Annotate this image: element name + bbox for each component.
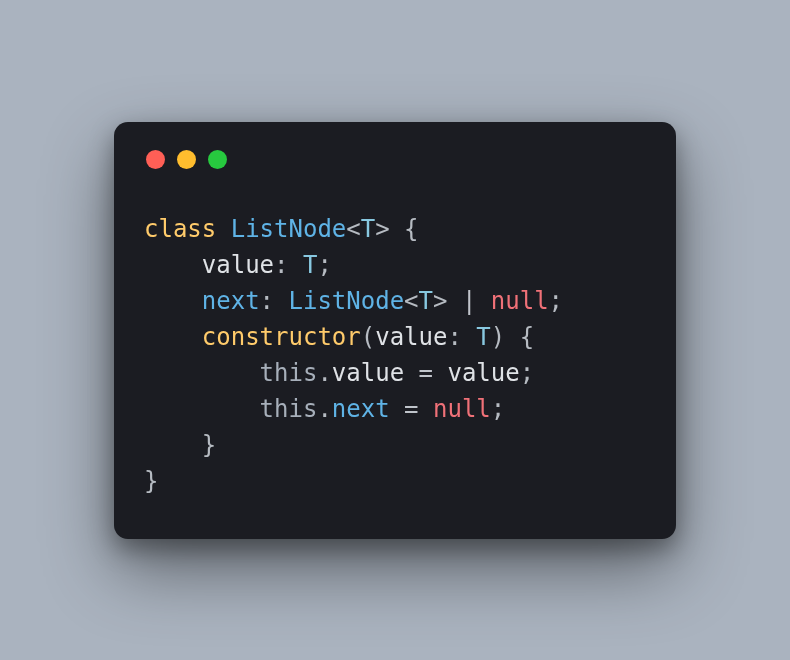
code-token	[144, 359, 260, 387]
code-token	[144, 251, 202, 279]
code-token: value	[375, 323, 447, 351]
code-token: constructor	[202, 323, 361, 351]
code-token: :	[447, 323, 476, 351]
zoom-icon[interactable]	[208, 150, 227, 169]
code-token	[144, 395, 260, 423]
code-token: value	[447, 359, 519, 387]
code-token: class	[144, 215, 231, 243]
code-token: )	[491, 323, 505, 351]
code-token: ;	[520, 359, 534, 387]
code-token: }	[144, 431, 216, 459]
code-token: }	[144, 467, 158, 495]
window-titlebar	[144, 150, 646, 169]
code-token: T	[361, 215, 375, 243]
code-token: null	[433, 395, 491, 423]
code-token: :	[274, 251, 303, 279]
code-token: =	[404, 359, 447, 387]
code-token: :	[260, 287, 289, 315]
code-token: T	[303, 251, 317, 279]
code-token: ;	[491, 395, 505, 423]
code-token: |	[447, 287, 490, 315]
code-token: this	[260, 395, 318, 423]
code-token: .	[317, 359, 331, 387]
code-token: >	[375, 215, 389, 243]
code-token: >	[433, 287, 447, 315]
code-token: value	[202, 251, 274, 279]
code-token: (	[361, 323, 375, 351]
minimize-icon[interactable]	[177, 150, 196, 169]
code-token: null	[491, 287, 549, 315]
code-token: T	[419, 287, 433, 315]
code-token: ;	[317, 251, 331, 279]
code-token: value	[332, 359, 404, 387]
code-token: next	[332, 395, 390, 423]
code-token: next	[202, 287, 260, 315]
code-block: class ListNode<T> { value: T; next: List…	[144, 211, 646, 499]
code-token: ;	[549, 287, 563, 315]
code-token: <	[404, 287, 418, 315]
code-token: T	[476, 323, 490, 351]
code-token	[144, 323, 202, 351]
code-token: <	[346, 215, 360, 243]
code-token: {	[390, 215, 419, 243]
code-token: this	[260, 359, 318, 387]
code-token	[144, 287, 202, 315]
code-token: =	[390, 395, 433, 423]
code-token: ListNode	[289, 287, 405, 315]
code-token: {	[505, 323, 534, 351]
code-token: .	[317, 395, 331, 423]
close-icon[interactable]	[146, 150, 165, 169]
code-token: ListNode	[231, 215, 347, 243]
code-window: class ListNode<T> { value: T; next: List…	[114, 122, 676, 539]
